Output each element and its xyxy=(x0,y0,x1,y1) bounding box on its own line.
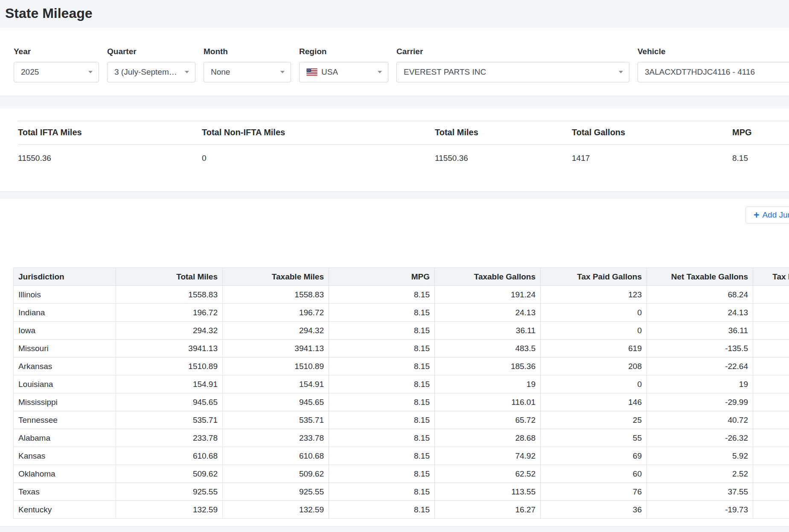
filter-group-carrier: Carrier EVEREST PARTS INC xyxy=(396,47,629,96)
value-cell: 610.68 xyxy=(116,447,223,465)
value-cell: 1558.83 xyxy=(223,286,329,304)
column-header-jurisdiction: Jurisdiction xyxy=(14,268,116,286)
carrier-select[interactable]: EVEREST PARTS INC xyxy=(396,62,629,82)
vehicle-select[interactable]: 3ALACXDT7HDJC4116 - 4116 xyxy=(638,62,789,82)
value-cell xyxy=(753,340,789,358)
month-label: Month xyxy=(204,47,291,56)
value-cell: 509.62 xyxy=(223,465,329,483)
region-select-value: USA xyxy=(321,67,338,77)
value-cell: 8.15 xyxy=(329,322,435,340)
jurisdiction-cell: Louisiana xyxy=(14,375,116,393)
year-select-value: 2025 xyxy=(21,67,39,77)
jurisdiction-cell: Iowa xyxy=(14,322,116,340)
value-cell: 925.55 xyxy=(116,483,223,501)
value-cell: 36.11 xyxy=(435,322,541,340)
value-cell: 8.15 xyxy=(329,465,435,483)
filter-group-year: Year 2025 xyxy=(14,47,99,96)
jurisdiction-cell: Texas xyxy=(14,483,116,501)
total-non-ifta-miles-value: 0 xyxy=(202,154,435,163)
value-cell: 294.32 xyxy=(116,322,223,340)
table-row: Indiana196.72196.728.1524.13024.13 xyxy=(14,304,789,322)
value-cell: 196.72 xyxy=(116,304,223,322)
filter-group-vehicle: Vehicle 3ALACXDT7HDJC4116 - 4116 xyxy=(638,47,789,96)
value-cell xyxy=(753,501,789,519)
table-row: Missouri3941.133941.138.15483.5619-135.5 xyxy=(14,340,789,358)
chevron-down-icon xyxy=(280,71,285,73)
value-cell: -19.73 xyxy=(647,501,753,519)
value-cell: 146 xyxy=(541,393,647,411)
table-row: Iowa294.32294.328.1536.11036.11 xyxy=(14,322,789,340)
jurisdiction-cell: Tennessee xyxy=(14,411,116,429)
value-cell: 116.01 xyxy=(435,393,541,411)
mpg-value: 8.15 xyxy=(732,154,789,163)
value-cell: -22.64 xyxy=(647,358,753,375)
value-cell: 154.91 xyxy=(223,375,329,393)
value-cell xyxy=(753,447,789,465)
value-cell: 123 xyxy=(541,286,647,304)
column-header-net-taxable-gallons: Net Taxable Gallons xyxy=(647,268,753,286)
value-cell: 0 xyxy=(541,375,647,393)
value-cell: 3941.13 xyxy=(223,340,329,358)
value-cell: 132.59 xyxy=(223,501,329,519)
value-cell: 40.72 xyxy=(647,411,753,429)
value-cell xyxy=(753,465,789,483)
value-cell: 0 xyxy=(541,322,647,340)
value-cell: 185.36 xyxy=(435,358,541,375)
page-header: State Mileage xyxy=(0,0,789,28)
table-row: Kentucky132.59132.598.1516.2736-19.73 xyxy=(14,501,789,519)
region-select[interactable]: USA xyxy=(299,62,388,82)
value-cell: 1510.89 xyxy=(223,358,329,375)
value-cell: 8.15 xyxy=(329,447,435,465)
value-cell: 8.15 xyxy=(329,501,435,519)
total-miles-header: Total Miles xyxy=(435,128,572,137)
value-cell: 62.52 xyxy=(435,465,541,483)
totals-summary: Total IFTA Miles Total Non-IFTA Miles To… xyxy=(0,108,789,191)
chevron-down-icon xyxy=(88,71,93,73)
month-select[interactable]: None xyxy=(204,62,291,82)
mileage-table-body: Illinois1558.831558.838.15191.2412368.24… xyxy=(14,286,789,519)
value-cell xyxy=(753,375,789,393)
value-cell: 5.92 xyxy=(647,447,753,465)
chevron-down-icon xyxy=(619,71,623,73)
value-cell: 535.71 xyxy=(223,411,329,429)
table-row: Illinois1558.831558.838.15191.2412368.24 xyxy=(14,286,789,304)
value-cell: 19 xyxy=(435,375,541,393)
quarter-select-value: 3 (July-Septem… xyxy=(114,67,177,77)
jurisdiction-cell: Mississippi xyxy=(14,393,116,411)
total-ifta-miles-value: 11550.36 xyxy=(18,154,202,163)
totals-summary-table: Total IFTA Miles Total Non-IFTA Miles To… xyxy=(18,121,789,172)
value-cell: 483.5 xyxy=(435,340,541,358)
table-row: Alabama233.78233.788.1528.6855-26.32 xyxy=(14,429,789,447)
value-cell xyxy=(753,393,789,411)
add-jurisdiction-button[interactable]: + Add Jurisdiction xyxy=(745,206,789,224)
value-cell: 8.15 xyxy=(329,286,435,304)
value-cell xyxy=(753,322,789,340)
region-label: Region xyxy=(299,47,388,56)
value-cell: 619 xyxy=(541,340,647,358)
column-header-tax-rate: Tax Rate xyxy=(753,268,789,286)
vehicle-select-value: 3ALACXDT7HDJC4116 - 4116 xyxy=(645,67,755,77)
chevron-down-icon xyxy=(378,71,382,73)
value-cell: 68.24 xyxy=(647,286,753,304)
jurisdiction-cell: Oklahoma xyxy=(14,465,116,483)
value-cell: 8.15 xyxy=(329,358,435,375)
year-select[interactable]: 2025 xyxy=(14,62,99,82)
value-cell: 509.62 xyxy=(116,465,223,483)
value-cell: 8.15 xyxy=(329,304,435,322)
value-cell: 8.15 xyxy=(329,429,435,447)
value-cell: 233.78 xyxy=(223,429,329,447)
value-cell xyxy=(753,304,789,322)
plus-icon: + xyxy=(754,210,759,220)
value-cell: 8.15 xyxy=(329,340,435,358)
carrier-label: Carrier xyxy=(396,47,629,56)
value-cell: 65.72 xyxy=(435,411,541,429)
value-cell: 24.13 xyxy=(647,304,753,322)
column-header-total-miles: Total Miles xyxy=(116,268,223,286)
value-cell: 535.71 xyxy=(116,411,223,429)
table-row: Kansas610.68610.688.1574.92695.92 xyxy=(14,447,789,465)
jurisdiction-cell: Alabama xyxy=(14,429,116,447)
value-cell: 3941.13 xyxy=(116,340,223,358)
value-cell: -26.32 xyxy=(647,429,753,447)
value-cell: 8.15 xyxy=(329,411,435,429)
quarter-select[interactable]: 3 (July-Septem… xyxy=(107,62,195,82)
